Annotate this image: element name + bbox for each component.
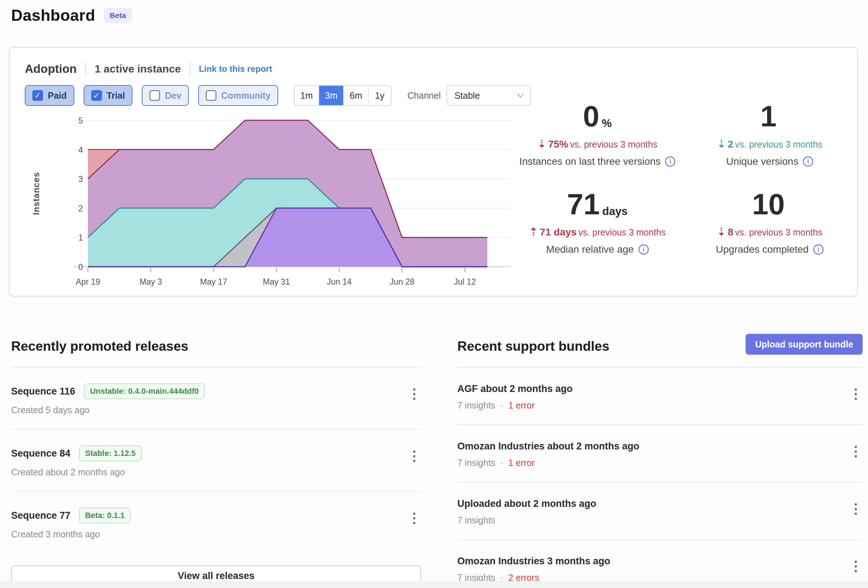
time-range-control: 1m 3m 6m 1y [294, 85, 392, 106]
kebab-menu-icon[interactable] [853, 501, 859, 517]
filter-label: Paid [48, 90, 67, 101]
kebab-menu-icon[interactable] [411, 510, 418, 526]
bundle-insights: 7 insights [457, 400, 495, 411]
stat-label: Upgrades completed [683, 244, 856, 255]
kebab-menu-icon[interactable] [853, 444, 859, 459]
bundle-title: AGF about 2 months ago [457, 383, 573, 394]
bundle-insights: 7 insights [457, 458, 495, 468]
filter-label: Community [221, 90, 271, 101]
filter-label: Trial [106, 90, 125, 101]
svg-text:Apr 19: Apr 19 [76, 277, 100, 287]
info-icon[interactable] [665, 157, 675, 167]
stat-unique-versions: 1 ⇣2vs. previous 3 months Unique version… [683, 102, 856, 167]
bundle-row: AGF about 2 months ago 7 insights · 1 er… [457, 367, 863, 424]
release-channel-badge: Beta: 0.1.1 [79, 508, 131, 523]
release-title: Sequence 84 [11, 448, 70, 459]
svg-text:Jul 12: Jul 12 [454, 277, 475, 287]
svg-text:4: 4 [78, 145, 83, 155]
divider [86, 62, 86, 76]
adoption-filters: Paid Trial Dev Community 1m 3m 6m 1y Cha… [25, 85, 531, 106]
adoption-card-header: Adoption 1 active instance Link to this … [25, 62, 272, 76]
svg-text:May 31: May 31 [263, 277, 290, 287]
kebab-menu-icon[interactable] [853, 558, 859, 574]
svg-text:Instances: Instances [31, 172, 41, 215]
range-1y[interactable]: 1y [369, 86, 391, 105]
releases-heading: Recently promoted releases [11, 339, 421, 354]
dot-separator: · [500, 458, 503, 468]
svg-text:Jun 28: Jun 28 [390, 277, 414, 287]
bundle-row: Uploaded about 2 months ago 7 insights [457, 482, 863, 539]
bundle-title: Omozan Industries about 2 months ago [457, 441, 639, 452]
checkbox-unchecked-icon [149, 90, 160, 101]
info-icon[interactable] [803, 157, 813, 167]
stat-label: Instances on last three versions [511, 156, 683, 167]
release-row: Sequence 116 Unstable: 0.4.0-main.444ddf… [11, 367, 421, 429]
checkbox-checked-icon [91, 90, 102, 101]
release-row: Sequence 84 Stable: 1.12.5 Created about… [11, 429, 421, 491]
stat-delta: ⇣2vs. previous 3 months [683, 137, 856, 150]
stat-delta: ⇣75%vs. previous 3 months [511, 137, 683, 150]
filter-label: Dev [165, 90, 181, 101]
adoption-title: Adoption [25, 62, 77, 76]
bundle-row: Omozan Industries about 2 months ago 7 i… [457, 424, 863, 482]
stat-label: Unique versions [683, 156, 856, 167]
adoption-card: Adoption 1 active instance Link to this … [9, 47, 858, 297]
release-title: Sequence 77 [11, 510, 70, 521]
release-channel-badge: Stable: 1.12.5 [79, 446, 142, 461]
stat-value: 71days [511, 189, 683, 219]
kebab-menu-icon[interactable] [411, 448, 418, 464]
range-6m[interactable]: 6m [344, 86, 369, 105]
svg-text:Jun 14: Jun 14 [327, 277, 351, 287]
release-created: Created 3 months ago [11, 529, 421, 539]
upload-support-bundle-button[interactable]: Upload support bundle [745, 334, 863, 355]
info-icon[interactable] [813, 244, 824, 254]
bundle-insights: 7 insights [457, 515, 495, 526]
svg-text:1: 1 [78, 233, 83, 242]
kebab-menu-icon[interactable] [411, 386, 418, 402]
releases-section: Recently promoted releases Sequence 116 … [11, 339, 421, 586]
checkbox-checked-icon [32, 90, 43, 101]
kebab-menu-icon[interactable] [853, 386, 859, 402]
dashed-up-arrow-icon: ⇡ [529, 225, 538, 238]
link-to-report[interactable]: Link to this report [199, 64, 272, 74]
active-instance-count: 1 active instance [95, 63, 181, 75]
stat-value: 0% [511, 102, 683, 131]
range-1m[interactable]: 1m [295, 86, 319, 105]
channel-select-value: Stable [455, 90, 480, 101]
info-icon[interactable] [639, 244, 649, 254]
checkbox-unchecked-icon [206, 90, 217, 101]
stat-value: 1 [683, 102, 856, 131]
release-row: Sequence 77 Beta: 0.1.1 Created 3 months… [11, 491, 421, 553]
dashed-down-arrow-icon: ⇣ [717, 137, 726, 150]
chevron-down-icon [517, 91, 523, 97]
bundle-error-count: 1 error [508, 458, 535, 468]
svg-text:May 17: May 17 [200, 277, 227, 287]
filter-paid[interactable]: Paid [25, 85, 74, 106]
filter-dev[interactable]: Dev [142, 85, 189, 106]
page-bottom-strip [0, 581, 868, 588]
svg-text:3: 3 [78, 174, 83, 184]
release-created: Created 5 days ago [11, 405, 421, 415]
channel-label: Channel [407, 90, 441, 101]
svg-text:May 3: May 3 [140, 277, 162, 287]
beta-badge: Beta [104, 8, 132, 23]
svg-text:2: 2 [78, 204, 83, 213]
page-header: Dashboard Beta [11, 6, 132, 24]
filter-community[interactable]: Community [198, 85, 278, 106]
bundles-section: Recent support bundles Upload support bu… [457, 339, 863, 588]
stat-instances-last-three-versions: 0% ⇣75%vs. previous 3 months Instances o… [511, 102, 683, 167]
stat-median-relative-age: 71days ⇡71 daysvs. previous 3 months Med… [511, 189, 683, 255]
filter-trial[interactable]: Trial [84, 85, 133, 106]
stat-upgrades-completed: 10 ⇣8vs. previous 3 months Upgrades comp… [683, 189, 856, 255]
dot-separator: · [500, 400, 503, 411]
release-created: Created about 2 months ago [11, 467, 421, 477]
svg-text:5: 5 [78, 116, 83, 125]
range-3m[interactable]: 3m [319, 86, 344, 105]
dashed-down-arrow-icon: ⇣ [537, 137, 546, 150]
bundle-title: Omozan Industries 3 months ago [457, 556, 610, 567]
release-channel-badge: Unstable: 0.4.0-main.444ddf0 [84, 383, 205, 399]
svg-text:0: 0 [78, 262, 83, 272]
stat-label: Median relative age [511, 244, 683, 255]
dashed-down-arrow-icon: ⇣ [717, 225, 726, 238]
stat-value: 10 [683, 189, 856, 219]
